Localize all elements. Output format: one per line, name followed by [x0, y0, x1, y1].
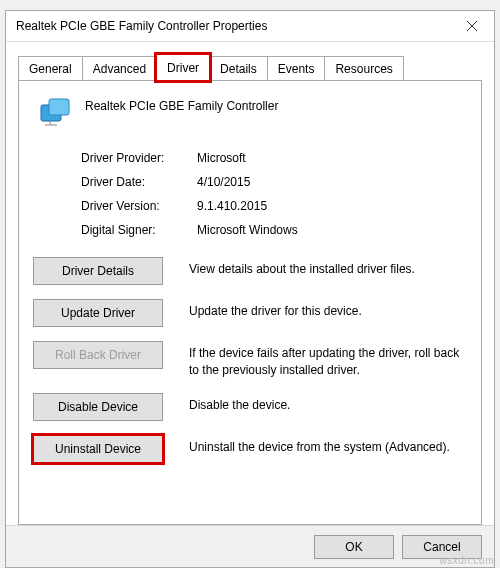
close-button[interactable]	[450, 11, 494, 41]
driver-details-button[interactable]: Driver Details	[33, 257, 163, 285]
info-row: Driver Version: 9.1.410.2015	[81, 199, 467, 213]
date-value: 4/10/2015	[197, 175, 250, 189]
action-row: Uninstall Device Uninstall the device fr…	[33, 435, 467, 463]
properties-window: Realtek PCIe GBE Family Controller Prope…	[5, 10, 495, 568]
tab-advanced[interactable]: Advanced	[82, 56, 157, 80]
date-label: Driver Date:	[81, 175, 197, 189]
action-row: Disable Device Disable the device.	[33, 393, 467, 421]
signer-label: Digital Signer:	[81, 223, 197, 237]
tab-general[interactable]: General	[18, 56, 83, 80]
tab-resources[interactable]: Resources	[324, 56, 403, 80]
tab-strip: General Advanced Driver Details Events R…	[18, 52, 482, 80]
disable-device-button[interactable]: Disable Device	[33, 393, 163, 421]
window-title: Realtek PCIe GBE Family Controller Prope…	[16, 19, 450, 33]
version-label: Driver Version:	[81, 199, 197, 213]
device-name-label: Realtek PCIe GBE Family Controller	[85, 97, 278, 115]
driver-details-desc: View details about the installed driver …	[189, 257, 467, 278]
signer-value: Microsoft Windows	[197, 223, 298, 237]
ok-button[interactable]: OK	[314, 535, 394, 559]
info-row: Driver Provider: Microsoft	[81, 151, 467, 165]
disable-device-desc: Disable the device.	[189, 393, 467, 414]
action-row: Update Driver Update the driver for this…	[33, 299, 467, 327]
roll-back-driver-button: Roll Back Driver	[33, 341, 163, 369]
close-icon	[467, 21, 477, 31]
version-value: 9.1.410.2015	[197, 199, 267, 213]
driver-panel: Realtek PCIe GBE Family Controller Drive…	[18, 80, 482, 525]
tab-details[interactable]: Details	[209, 56, 268, 80]
driver-info-grid: Driver Provider: Microsoft Driver Date: …	[81, 151, 467, 237]
provider-label: Driver Provider:	[81, 151, 197, 165]
action-row: Roll Back Driver If the device fails aft…	[33, 341, 467, 379]
device-header: Realtek PCIe GBE Family Controller	[37, 97, 467, 129]
svg-line-4	[49, 121, 51, 125]
uninstall-device-desc: Uninstall the device from the system (Ad…	[189, 435, 467, 456]
content-area: General Advanced Driver Details Events R…	[6, 42, 494, 525]
provider-value: Microsoft	[197, 151, 246, 165]
network-adapter-icon	[37, 97, 73, 129]
update-driver-desc: Update the driver for this device.	[189, 299, 467, 320]
info-row: Driver Date: 4/10/2015	[81, 175, 467, 189]
info-row: Digital Signer: Microsoft Windows	[81, 223, 467, 237]
watermark: wsxdn.com	[439, 555, 494, 566]
tab-driver[interactable]: Driver	[156, 54, 210, 81]
action-row: Driver Details View details about the in…	[33, 257, 467, 285]
tab-events[interactable]: Events	[267, 56, 326, 80]
update-driver-button[interactable]: Update Driver	[33, 299, 163, 327]
uninstall-device-button[interactable]: Uninstall Device	[33, 435, 163, 463]
titlebar: Realtek PCIe GBE Family Controller Prope…	[6, 11, 494, 42]
dialog-footer: OK Cancel	[6, 525, 494, 567]
roll-back-driver-desc: If the device fails after updating the d…	[189, 341, 467, 379]
svg-rect-3	[49, 99, 69, 115]
